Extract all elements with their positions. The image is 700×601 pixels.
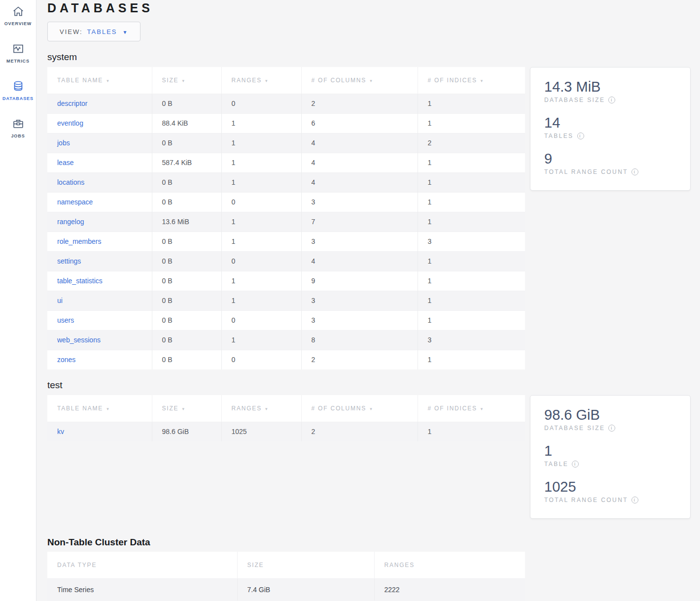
ranges-cell: 1 <box>221 330 301 350</box>
columns-cell: 3 <box>301 192 418 212</box>
ranges-cell: 1 <box>221 133 301 153</box>
indices-cell: 3 <box>418 330 525 350</box>
size-cell: 0 B <box>152 232 221 251</box>
table-row: kv 98.6 GiB 1025 2 1 <box>47 422 525 441</box>
table-row: settings 0 B 0 4 1 <box>47 251 525 271</box>
table-link[interactable]: settings <box>57 257 81 265</box>
column-header-size[interactable]: SIZE▾ <box>152 395 221 422</box>
table-link[interactable]: locations <box>57 178 84 186</box>
table-link[interactable]: zones <box>57 356 75 364</box>
size-cell: 0 B <box>152 192 221 212</box>
database-summary-card-system: 14.3 MiB DATABASE SIZEi 14 TABLESi 9 TOT… <box>530 67 691 191</box>
database-section-test: TABLE NAME▾ SIZE▾ RANGES▾ # OF COLUMNS▾ … <box>47 395 689 519</box>
database-section-system: TABLE NAME▾ SIZE▾ RANGES▾ # OF COLUMNS▾ … <box>47 67 689 369</box>
columns-cell: 7 <box>301 212 418 232</box>
table-link[interactable]: role_members <box>57 237 101 245</box>
ranges-cell: 0 <box>221 350 301 369</box>
stat-label: DATABASE SIZE <box>544 97 605 103</box>
column-header-size[interactable]: SIZE▾ <box>152 67 221 94</box>
columns-cell: 6 <box>301 113 418 133</box>
table-link[interactable]: kv <box>57 428 64 435</box>
stat-database-size: 14.3 MiB DATABASE SIZEi <box>544 78 676 103</box>
info-icon[interactable]: i <box>608 425 615 432</box>
stat-total-range-count: 1025 TOTAL RANGE COUNTi <box>544 478 676 503</box>
table-link[interactable]: users <box>57 316 74 324</box>
table-link[interactable]: web_sessions <box>57 336 101 344</box>
indices-cell: 1 <box>418 350 525 369</box>
size-cell: 0 B <box>152 330 221 350</box>
size-cell: 0 B <box>152 94 221 113</box>
ranges-cell: 0 <box>221 94 301 113</box>
table-link[interactable]: rangelog <box>57 218 84 226</box>
indices-cell: 1 <box>418 172 525 192</box>
table-link[interactable]: ui <box>57 297 63 304</box>
table-link[interactable]: lease <box>57 159 73 167</box>
column-header-columns[interactable]: # OF COLUMNS▾ <box>301 395 418 422</box>
size-cell: 0 B <box>152 172 221 192</box>
column-header-data-type: DATA TYPE <box>47 552 237 578</box>
table-row: namespace 0 B 0 3 1 <box>47 192 525 212</box>
info-icon[interactable]: i <box>572 461 579 467</box>
indices-cell: 1 <box>418 291 525 310</box>
table-link[interactable]: descriptor <box>57 100 87 107</box>
stat-value: 1 <box>544 442 676 459</box>
table-link[interactable]: table_statistics <box>57 277 103 285</box>
table-row: role_members 0 B 1 3 3 <box>47 232 525 251</box>
size-cell: 88.4 KiB <box>152 113 221 133</box>
view-dropdown-label: VIEW: <box>60 28 83 35</box>
stat-value: 9 <box>544 150 676 167</box>
columns-cell: 4 <box>301 153 418 172</box>
stat-label: DATABASE SIZE <box>544 425 605 432</box>
sidebar-item-databases[interactable]: DATABASES <box>0 80 36 101</box>
info-icon[interactable]: i <box>631 497 638 503</box>
columns-cell: 2 <box>301 94 418 113</box>
indices-cell: 1 <box>418 192 525 212</box>
sort-arrow-icon: ▾ <box>370 406 373 411</box>
tables-table-test: TABLE NAME▾ SIZE▾ RANGES▾ # OF COLUMNS▾ … <box>47 395 525 441</box>
main-content: DATABASES VIEW: TABLES ▼ system TABLE NA… <box>36 0 700 601</box>
column-header-columns[interactable]: # OF COLUMNS▾ <box>301 67 418 94</box>
stat-value: 1025 <box>544 478 676 495</box>
stat-tables: 1 TABLEi <box>544 442 676 467</box>
column-header-table-name[interactable]: TABLE NAME▾ <box>47 395 152 422</box>
sort-arrow-icon: ▾ <box>106 406 109 411</box>
columns-cell: 2 <box>301 350 418 369</box>
table-row: users 0 B 0 3 1 <box>47 310 525 330</box>
info-icon[interactable]: i <box>577 133 584 139</box>
ranges-cell: 1 <box>221 212 301 232</box>
column-header-indices[interactable]: # OF INDICES▾ <box>418 67 525 94</box>
sort-arrow-icon: ▾ <box>481 78 484 83</box>
table-link[interactable]: jobs <box>57 139 70 147</box>
column-header-size: SIZE <box>237 552 374 578</box>
info-icon[interactable]: i <box>631 168 638 175</box>
info-icon[interactable]: i <box>608 97 615 103</box>
sort-arrow-icon: ▾ <box>106 78 109 83</box>
sidebar-item-metrics[interactable]: METRICS <box>0 42 36 64</box>
indices-cell: 1 <box>418 251 525 271</box>
column-header-ranges[interactable]: RANGES▾ <box>221 395 301 422</box>
columns-cell: 4 <box>301 172 418 192</box>
column-header-ranges[interactable]: RANGES▾ <box>221 67 301 94</box>
sidebar-item-overview[interactable]: OVERVIEW <box>0 5 36 26</box>
size-cell: 587.4 KiB <box>152 153 221 172</box>
size-cell: 0 B <box>152 251 221 271</box>
sort-arrow-icon: ▾ <box>265 406 268 411</box>
column-header-table-name[interactable]: TABLE NAME▾ <box>47 67 152 94</box>
sort-arrow-icon: ▾ <box>182 78 185 83</box>
sidebar: OVERVIEW METRICS DATABASES <box>0 0 36 601</box>
ranges-cell: 1 <box>221 113 301 133</box>
size-cell: 98.6 GiB <box>152 422 221 441</box>
database-summary-card-test: 98.6 GiB DATABASE SIZEi 1 TABLEi 1025 TO… <box>530 395 691 519</box>
column-header-indices[interactable]: # OF INDICES▾ <box>418 395 525 422</box>
stat-value: 14 <box>544 114 676 131</box>
metrics-chart-icon <box>12 42 25 55</box>
sidebar-item-label: METRICS <box>6 59 30 64</box>
table-link[interactable]: eventlog <box>57 119 83 127</box>
table-row: eventlog 88.4 KiB 1 6 1 <box>47 113 525 133</box>
indices-cell: 1 <box>418 153 525 172</box>
table-link[interactable]: namespace <box>57 198 93 206</box>
stat-label: TABLE <box>544 461 568 467</box>
view-dropdown[interactable]: VIEW: TABLES ▼ <box>47 22 140 41</box>
sidebar-item-jobs[interactable]: JOBS <box>0 117 36 138</box>
columns-cell: 2 <box>301 422 418 441</box>
